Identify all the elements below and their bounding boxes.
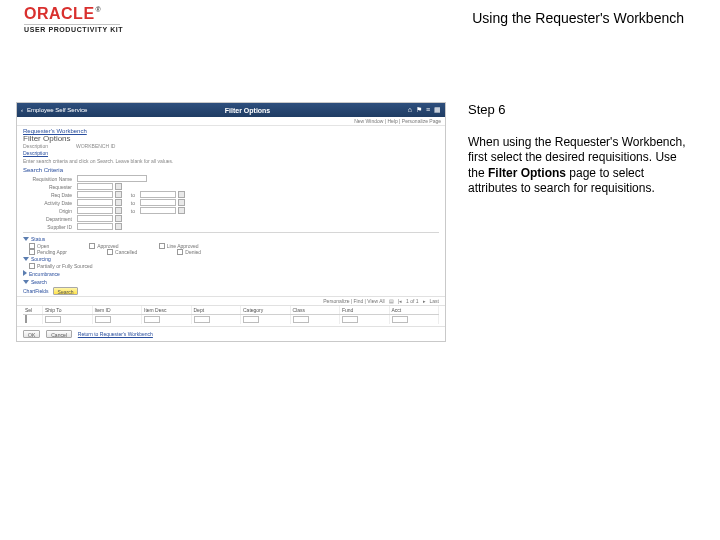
label-act-date: Activity Date [23, 200, 75, 206]
document-title: Using the Requester's Workbench [472, 10, 684, 26]
chevron-down-icon [23, 237, 29, 241]
checkbox-sourced[interactable] [29, 263, 35, 269]
chartfields-link: ChartFields [23, 288, 49, 294]
pager-next-icon: ▸ [423, 298, 426, 304]
input-supplier[interactable] [77, 223, 113, 230]
dropdown-itemid[interactable] [95, 316, 111, 323]
input-requester[interactable] [77, 183, 113, 190]
lookup-icon[interactable] [115, 207, 122, 214]
pager-links: Personalize | Find | View All [323, 298, 384, 304]
col-dept: Dept [192, 306, 242, 314]
input-origin-from[interactable] [77, 207, 113, 214]
label-denied: Denied [185, 249, 201, 255]
app-sublinks: New Window | Help | Personalize Page [17, 117, 445, 126]
ok-button[interactable]: OK [23, 330, 40, 338]
topbar-title: Filter Options [225, 107, 271, 114]
lookup-icon[interactable] [178, 207, 185, 214]
dropdown-category[interactable] [243, 316, 259, 323]
label-to-3: to [124, 208, 138, 214]
oracle-wordmark: ORACLE [24, 6, 123, 22]
dropdown-class[interactable] [293, 316, 309, 323]
bottom-button-row: OK Cancel Return to Requester's Workbenc… [17, 327, 445, 341]
menu-icon: ≡ [426, 106, 430, 114]
checkbox-cancelled[interactable] [107, 249, 113, 255]
label-origin: Origin [23, 208, 75, 214]
pager-last: Last [430, 298, 439, 304]
pager-range: 1 of 1 [406, 298, 419, 304]
checkbox-denied[interactable] [177, 249, 183, 255]
dropdown-itemdesc[interactable] [144, 316, 160, 323]
label-req-date: Req Date [23, 192, 75, 198]
input-req-date-from[interactable] [77, 191, 113, 198]
row-checkbox[interactable] [25, 315, 27, 323]
spreadsheet-icon: ▤ [389, 298, 394, 304]
checkbox-pending[interactable] [29, 249, 35, 255]
checkbox-approved[interactable] [89, 243, 95, 249]
label-requester: Requester [23, 184, 75, 190]
results-grid: Sel Ship To Item ID Item Desc Dept Categ… [17, 306, 445, 324]
training-slide: ORACLE USER PRODUCTIVITY KIT Using the R… [0, 0, 720, 540]
section-encumbrance: Encumbrance [17, 269, 445, 278]
input-act-date-from[interactable] [77, 199, 113, 206]
description-link: Description [17, 149, 445, 157]
lookup-icon[interactable] [115, 223, 122, 230]
step-text-bold: Filter Options [488, 166, 566, 180]
col-category: Category [241, 306, 291, 314]
search-button[interactable]: Search [53, 287, 79, 295]
topbar-back-label: Employee Self Service [27, 107, 87, 113]
dropdown-dept[interactable] [194, 316, 210, 323]
input-req-date-to[interactable] [140, 191, 176, 198]
embedded-screenshot: ‹ Employee Self Service Filter Options ⌂… [16, 102, 446, 342]
pager-first-icon: |◂ [398, 298, 402, 304]
dropdown-acct[interactable] [392, 316, 408, 323]
label-supplier: Supplier ID [23, 224, 75, 230]
slide-header: ORACLE USER PRODUCTIVITY KIT Using the R… [0, 0, 720, 44]
calendar-icon[interactable] [115, 199, 122, 206]
label-sourced: Partially or Fully Sourced [37, 263, 93, 269]
search-note: Enter search criteria and click on Searc… [17, 157, 445, 165]
chevron-down-icon [23, 257, 29, 261]
label-to-1: to [124, 192, 138, 198]
label-cancelled: Cancelled [115, 249, 137, 255]
label-to-2: to [124, 200, 138, 206]
return-link[interactable]: Return to Requester's Workbench [78, 331, 153, 337]
input-req-name[interactable] [77, 175, 147, 182]
input-department[interactable] [77, 215, 113, 222]
cancel-button[interactable]: Cancel [46, 330, 72, 338]
calendar-icon[interactable] [115, 191, 122, 198]
logo-divider [24, 24, 120, 25]
sublabel-description: Description [23, 143, 48, 149]
input-act-date-to[interactable] [140, 199, 176, 206]
lookup-icon[interactable] [115, 183, 122, 190]
section-search: Search [17, 278, 445, 286]
checkbox-line-approved[interactable] [159, 243, 165, 249]
label-req-name: Requisition Name [23, 176, 75, 182]
lookup-icon[interactable] [115, 215, 122, 222]
grid-pager: Personalize | Find | View All ▤ |◂ 1 of … [17, 296, 445, 306]
label-department: Department [23, 216, 75, 222]
col-class: Class [291, 306, 341, 314]
input-origin-to[interactable] [140, 207, 176, 214]
slide-body: ‹ Employee Self Service Filter Options ⌂… [16, 102, 704, 342]
label-pending: Pending Appr [37, 249, 67, 255]
app-topbar: ‹ Employee Self Service Filter Options ⌂… [17, 103, 445, 117]
topbar-icons: ⌂ ⚑ ≡ ▦ [408, 106, 441, 114]
calendar-icon[interactable] [178, 199, 185, 206]
home-icon: ⌂ [408, 106, 412, 114]
section-status: Status [17, 235, 445, 243]
col-itemid: Item ID [93, 306, 143, 314]
col-fund: Fund [340, 306, 390, 314]
grid-icon: ▦ [434, 106, 441, 114]
chartfields-row: ChartFields Search [17, 286, 445, 296]
section-sourcing: Sourcing [17, 255, 445, 263]
grid-header-row: Sel Ship To Item ID Item Desc Dept Categ… [23, 306, 439, 315]
step-number: Step 6 [468, 102, 696, 117]
calendar-icon[interactable] [178, 191, 185, 198]
dropdown-shipto[interactable] [45, 316, 61, 323]
upk-label: USER PRODUCTIVITY KIT [24, 26, 123, 33]
col-acct: Acct [390, 306, 440, 314]
step-text: When using the Requester's Workbench, fi… [468, 135, 696, 196]
oracle-logo-block: ORACLE USER PRODUCTIVITY KIT [24, 6, 123, 33]
criteria-grid: Requisition Name Requester Req Dateto Ac… [17, 175, 445, 230]
dropdown-fund[interactable] [342, 316, 358, 323]
